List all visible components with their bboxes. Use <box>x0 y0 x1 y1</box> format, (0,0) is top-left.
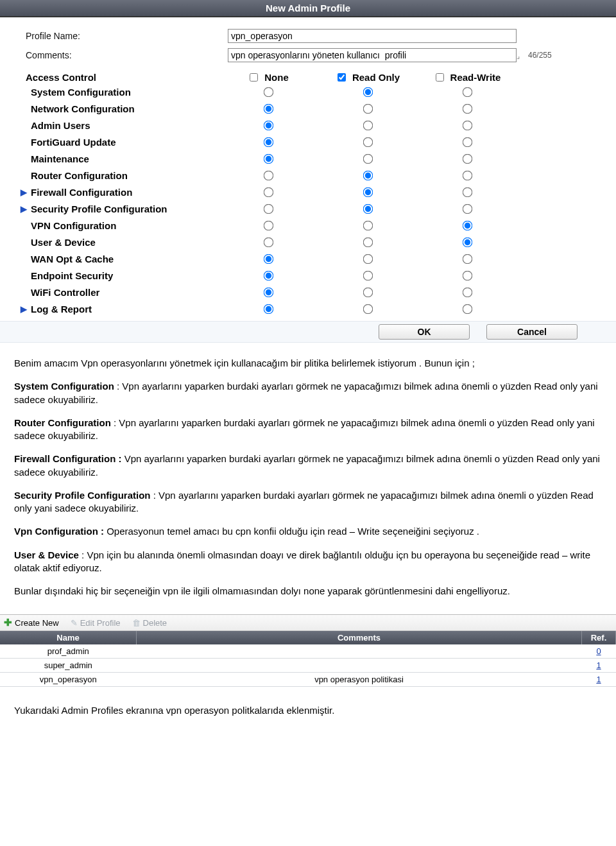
permission-radio-ro[interactable] <box>363 170 373 180</box>
permission-radio-ro[interactable] <box>363 220 373 230</box>
permission-radio-cell-rw <box>417 153 517 165</box>
permission-label: Firewall Configuration <box>31 187 132 198</box>
profile-ref-cell[interactable]: 0 <box>582 644 616 659</box>
expand-icon[interactable]: ▶ <box>21 304 28 314</box>
permission-radio-cell-ro <box>318 169 417 182</box>
profiles-toolbar: ✚Create New ✎Edit Profile 🗑Delete <box>0 614 616 631</box>
permission-radio-rw[interactable] <box>463 120 473 130</box>
table-row[interactable]: prof_admin0 <box>0 644 616 659</box>
article-p8: Bunlar dışındaki hiç bir seçeneiğin vpn … <box>14 585 602 598</box>
permission-radio-none[interactable] <box>264 137 274 147</box>
article-p2-bold: System Configuration <box>14 381 114 392</box>
header-check-readwrite[interactable] <box>436 73 444 82</box>
delete-label: Delete <box>143 618 167 628</box>
cancel-button[interactable]: Cancel <box>486 324 578 340</box>
permission-radio-ro[interactable] <box>363 120 373 130</box>
permission-radio-ro[interactable] <box>363 87 373 97</box>
permission-radio-rw[interactable] <box>463 187 473 197</box>
permission-radio-rw[interactable] <box>463 87 473 97</box>
table-row[interactable]: super_admin1 <box>0 659 616 673</box>
permission-radio-ro[interactable] <box>363 137 373 147</box>
permission-radio-none[interactable] <box>264 220 274 230</box>
profiles-th-comments[interactable]: Comments <box>137 631 582 644</box>
permission-radio-ro[interactable] <box>363 270 373 281</box>
permission-radio-cell-rw <box>417 236 517 248</box>
permission-radio-rw[interactable] <box>463 220 473 230</box>
permission-radio-none[interactable] <box>264 270 274 281</box>
permission-radio-none[interactable] <box>264 120 274 130</box>
permission-label: Endpoint Security <box>31 270 113 281</box>
header-check-readonly[interactable] <box>338 73 346 82</box>
profile-ref-cell[interactable]: 1 <box>582 659 616 673</box>
permission-radio-cell-rw <box>417 103 517 115</box>
permission-radio-cell-ro <box>318 253 417 265</box>
profiles-th-name[interactable]: Name <box>0 631 137 644</box>
permission-label: WAN Opt & Cache <box>31 254 114 264</box>
permission-radio-rw[interactable] <box>463 153 473 164</box>
profiles-th-ref[interactable]: Ref. <box>582 631 616 644</box>
permission-radio-ro[interactable] <box>363 153 373 164</box>
permission-radio-rw[interactable] <box>463 237 473 247</box>
permission-radio-rw[interactable] <box>463 203 473 214</box>
create-new-button[interactable]: ✚Create New <box>4 617 59 628</box>
expand-icon[interactable]: ▶ <box>21 204 28 214</box>
permission-radio-none[interactable] <box>264 203 274 214</box>
permission-radio-ro[interactable] <box>363 304 373 314</box>
article-p2: System Configuration : Vpn ayarlarını ya… <box>14 380 602 406</box>
permission-label: Router Configuration <box>31 170 128 181</box>
permission-radio-cell-none <box>218 103 318 115</box>
permission-radio-none[interactable] <box>264 304 274 314</box>
permission-radio-cell-none <box>218 303 318 315</box>
permission-radio-none[interactable] <box>264 187 274 197</box>
permission-row: Router Configuration <box>0 167 616 184</box>
ok-button[interactable]: OK <box>379 324 470 340</box>
permission-radio-none[interactable] <box>264 103 274 114</box>
permission-radio-ro[interactable] <box>363 287 373 297</box>
permission-name: Router Configuration <box>31 170 218 181</box>
permission-radio-none[interactable] <box>264 237 274 247</box>
permission-radio-rw[interactable] <box>463 170 473 180</box>
permission-label: Maintenance <box>31 153 89 164</box>
permission-row: ▶Firewall Configuration <box>0 184 616 200</box>
permission-radio-cell-none <box>218 119 318 132</box>
permission-radio-ro[interactable] <box>363 203 373 214</box>
profile-name-cell: vpn_operasyon <box>0 673 137 687</box>
dialog-title: New Admin Profile <box>0 0 616 17</box>
delete-button[interactable]: 🗑Delete <box>132 618 167 628</box>
expand-icon[interactable]: ▶ <box>21 187 28 197</box>
profile-comments-cell <box>137 659 582 673</box>
article-p7-bold: User & Device <box>14 549 81 560</box>
article-p5: Security Profile Configuration : Vpn aya… <box>14 489 602 515</box>
permission-radio-cell-rw <box>417 186 517 198</box>
permission-radio-rw[interactable] <box>463 287 473 297</box>
header-check-none[interactable] <box>250 73 258 82</box>
comments-input[interactable] <box>228 48 517 62</box>
edit-profile-button[interactable]: ✎Edit Profile <box>71 618 121 628</box>
permission-name: Endpoint Security <box>31 270 218 281</box>
profile-ref-cell[interactable]: 1 <box>582 673 616 687</box>
permission-radio-cell-rw <box>417 220 517 232</box>
permission-radio-ro[interactable] <box>363 254 373 264</box>
permission-radio-rw[interactable] <box>463 103 473 114</box>
profile-name-input[interactable] <box>228 29 517 43</box>
permission-radio-none[interactable] <box>264 170 274 180</box>
permission-radio-ro[interactable] <box>363 103 373 114</box>
permission-radio-ro[interactable] <box>363 237 373 247</box>
permission-radio-rw[interactable] <box>463 270 473 281</box>
permission-radio-none[interactable] <box>264 87 274 97</box>
permission-radio-cell-rw <box>417 270 517 282</box>
permission-radio-ro[interactable] <box>363 187 373 197</box>
permission-radio-none[interactable] <box>264 153 274 164</box>
permission-radio-none[interactable] <box>264 254 274 264</box>
permission-label: WiFi Controller <box>31 287 99 298</box>
permission-radio-rw[interactable] <box>463 254 473 264</box>
permission-label: Network Configuration <box>31 103 135 114</box>
permission-radio-rw[interactable] <box>463 137 473 147</box>
table-row[interactable]: vpn_operasyonvpn operasyon politikasi1 <box>0 673 616 687</box>
permission-radio-none[interactable] <box>264 287 274 297</box>
permission-name: VPN Configuration <box>31 220 218 231</box>
resize-grip-icon[interactable] <box>517 50 523 60</box>
permission-radio-cell-rw <box>417 119 517 132</box>
article-p7-text: : Vpn için bu alanında önemli olmasından… <box>14 549 590 573</box>
permission-radio-rw[interactable] <box>463 304 473 314</box>
